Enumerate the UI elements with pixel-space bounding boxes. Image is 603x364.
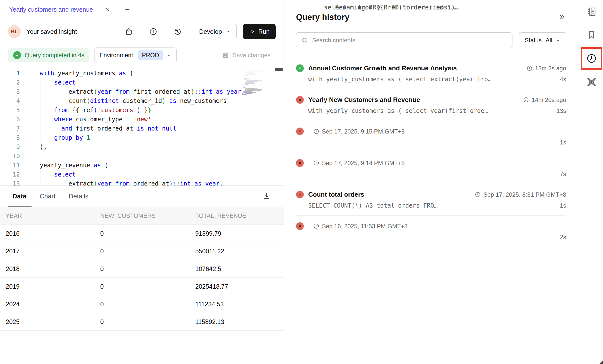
status-filter-dropdown[interactable]: Status All — [519, 32, 566, 48]
table-cell: 2017 — [6, 248, 100, 255]
tab-chart[interactable]: Chart — [40, 186, 55, 207]
right-icon-sidebar — [580, 0, 603, 364]
column-header-year: YEAR — [6, 212, 100, 219]
clock-icon — [526, 65, 533, 71]
table-header: YEAR NEW_CUSTOMERS TOTAL_REVENUE — [0, 207, 284, 225]
table-cell: 0 — [100, 283, 195, 290]
history-item-duration: 4s — [560, 76, 566, 83]
close-icon[interactable] — [105, 7, 111, 13]
chevron-down-icon — [166, 53, 171, 58]
line-number: 10 — [0, 152, 20, 161]
search-input[interactable] — [312, 37, 507, 44]
explore-flux-icon[interactable] — [580, 70, 603, 94]
chevron-down-icon — [556, 38, 560, 43]
chevron-down-icon — [225, 29, 230, 34]
table-cell: 550011.22 — [195, 248, 284, 255]
tab-yearly-customers-and-revenue[interactable]: Yearly customers and revenue — [0, 0, 117, 19]
error-x-icon — [296, 191, 304, 198]
history-item[interactable]: Annual Customer Growth and Revenue Analy… — [296, 58, 566, 89]
query-status-pill: Query completed in 4s — [8, 48, 89, 62]
error-x-icon — [296, 96, 304, 104]
error-x-icon — [296, 128, 304, 135]
history-item-duration: 13s — [556, 107, 566, 114]
insight-toolbar: BL Your saved insight Develop Run — [0, 19, 284, 44]
history-item-duration: 1s — [560, 139, 566, 146]
table-cell: 0 — [100, 318, 195, 325]
history-item[interactable]: Yearly New Customers and Revenue14m 20s … — [296, 89, 566, 121]
double-chevron-right-icon[interactable] — [559, 13, 566, 21]
run-label: Run — [258, 28, 270, 35]
history-item[interactable]: -- Renaming ORDER_ID to order_id i…Sep 1… — [296, 216, 566, 247]
history-item-time: Sep 16, 2025, 11:53 PM GMT+8 — [313, 223, 407, 230]
history-list: Annual Customer Growth and Revenue Analy… — [296, 58, 566, 247]
success-check-icon — [296, 64, 304, 72]
share-icon[interactable] — [125, 27, 133, 36]
search-icon — [301, 37, 308, 44]
history-item-time: 13m 2s ago — [526, 65, 566, 72]
tab-data[interactable]: Data — [12, 186, 26, 207]
line-number: 3 — [0, 87, 20, 96]
history-item-time: Sep 17, 2025, 8:31 PM GMT+8 — [475, 191, 566, 198]
new-tab-button[interactable] — [117, 0, 137, 19]
save-label: Save changes — [233, 52, 270, 59]
table-row: 20180107642.5 — [0, 260, 284, 278]
line-number: 13 — [0, 179, 20, 185]
clock-icon — [313, 160, 319, 166]
history-clock-icon-active[interactable] — [580, 47, 603, 70]
table-cell: 91399.79 — [195, 230, 284, 237]
indent-guide — [41, 170, 41, 185]
run-button[interactable]: Run — [243, 24, 276, 39]
query-editor-panel: Yearly customers and revenue BL Your sav… — [0, 0, 284, 364]
history-item[interactable]: Count total ordersSep 17, 2025, 8:31 PM … — [296, 184, 566, 216]
status-row: Query completed in 4s Environment: PROD … — [0, 44, 284, 66]
download-icon[interactable] — [262, 192, 271, 200]
table-cell: 2019 — [6, 283, 100, 290]
restore-icon[interactable] — [173, 27, 182, 36]
tab-title: Yearly customers and revenue — [9, 6, 101, 13]
history-item[interactable]: select * from {{ ref("order_items")…Sep … — [296, 121, 566, 152]
table-cell: 2025418.77 — [195, 283, 284, 290]
plus-icon — [123, 6, 131, 13]
indent-guide — [55, 179, 55, 185]
search-box[interactable] — [296, 32, 512, 48]
tab-details[interactable]: Details — [69, 186, 88, 207]
clock-icon — [313, 223, 319, 229]
environment-value: PROD — [138, 50, 163, 60]
environment-selector[interactable]: Environment: PROD — [94, 47, 177, 63]
clock-icon — [475, 191, 481, 198]
develop-button[interactable]: Develop — [193, 24, 237, 39]
toolbar-icons — [125, 27, 182, 36]
table-cell: 2016 — [6, 230, 100, 237]
table-cell: 0 — [100, 265, 195, 273]
resize-corner[interactable] — [599, 360, 603, 364]
info-icon[interactable] — [149, 27, 157, 36]
table-cell: 2025 — [6, 318, 100, 325]
sql-code-editor[interactable]: 12345678910111213 with yearly_customers … — [0, 66, 284, 185]
table-row: 201902025418.77 — [0, 278, 284, 295]
table-cell: 2018 — [6, 265, 100, 273]
line-number: 9 — [0, 142, 20, 152]
bookmark-icon[interactable] — [580, 23, 603, 46]
editor-minimap[interactable] — [243, 68, 275, 185]
history-item[interactable]: select * from {{ ref("order_items")…Sep … — [296, 152, 566, 184]
line-number: 12 — [0, 170, 20, 179]
divider — [580, 94, 603, 94]
status-filter-label: Status — [525, 37, 542, 44]
history-item-query-preview: SELECT COUNT(*) AS total_orders FRO… — [308, 202, 560, 209]
save-changes-button[interactable]: Save changes — [222, 51, 270, 59]
notebook-icon[interactable] — [580, 0, 603, 23]
history-item-duration: 1s — [560, 202, 566, 209]
history-item-title: Annual Customer Growth and Revenue Analy… — [308, 64, 517, 72]
clock-icon — [313, 128, 319, 135]
table-row: 20240111234.53 — [0, 295, 284, 313]
query-history-panel: Query history Status All Annual Customer… — [284, 0, 580, 364]
table-row: 2016091399.79 — [0, 225, 284, 242]
table-cell: 107642.5 — [195, 265, 284, 273]
column-header-new-customers: NEW_CUSTOMERS — [100, 212, 195, 219]
table-body: 2016091399.7920170550011.2220180107642.5… — [0, 225, 284, 331]
history-item-time: 14m 20s ago — [523, 96, 566, 103]
indent-guide — [55, 87, 55, 106]
history-item-duration: 7s — [560, 171, 566, 178]
table-cell: 115892.13 — [195, 318, 284, 325]
error-x-icon — [296, 222, 304, 230]
